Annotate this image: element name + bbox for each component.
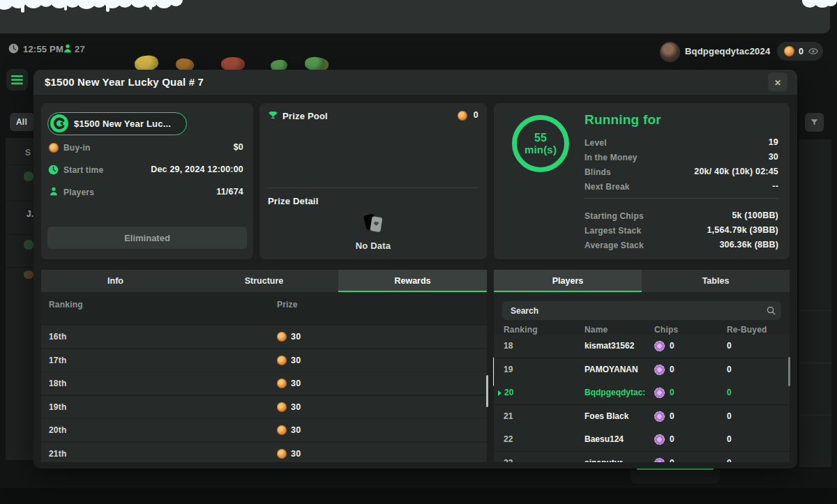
player-rank: 22 [504,428,513,451]
search-input[interactable] [502,301,781,320]
tab-players[interactable]: Players [494,270,642,292]
coin-icon [277,449,287,459]
coin-icon [277,379,287,388]
eye-icon[interactable] [808,46,819,56]
reward-prize: 30 [291,372,301,395]
start-time-value: Dec 29, 2024 12:00:00 [151,165,243,174]
eliminated-button[interactable]: Eliminated [47,227,247,249]
reward-prize: 30 [291,349,301,372]
menu-button[interactable] [6,69,28,91]
level-label: Level [585,138,607,148]
username[interactable]: Bqdpgeqdytac2024 [685,46,770,56]
tournament-logo-icon [50,114,68,132]
player-rebuyed: 0 [727,358,732,381]
reward-prize: 30 [291,419,301,441]
players-label: Players [63,188,94,197]
all-filter-chip[interactable]: All [10,113,35,131]
divider [585,198,778,199]
prize-pool-amount: 0 [474,110,478,120]
bottom-strip [0,488,837,504]
player-rank: 21 [504,405,513,428]
close-button[interactable]: ✕ [768,72,787,91]
current-user-marker-icon [498,390,502,396]
players-header-ranking: Ranking [504,325,538,335]
players-online-count: 27 [75,44,85,54]
rewards-header-prize: Prize [277,300,298,310]
table-row[interactable]: 18 kismat31562 0 0 [494,335,790,358]
prize-pool-panel: Prize Pool 0 Prize Detail No Data [259,103,487,259]
filter-button[interactable] [805,113,824,132]
player-rebuyed: 0 [727,452,732,462]
table-row[interactable]: 19th 30 [41,396,487,418]
app-screen: 12:55 PM 27 Bqdpgeqdytac2024 0 All S J. [0,0,837,504]
prize-empty-text: No Data [259,240,487,251]
player-rebuyed: 0 [727,405,732,428]
table-row[interactable]: 18th 30 [41,372,487,395]
coin-icon [277,332,287,342]
table-row[interactable]: 21th 30 [41,443,487,463]
tab-tables-label: Tables [702,276,730,286]
coin-icon [277,425,287,435]
snow-icicle [106,3,110,12]
dialog-title: $1500 New Year Lucky Qual # 7 [45,76,204,88]
reward-ranking: 17th [49,349,66,372]
tournament-selector-label: $1500 New Year Luc... [74,119,171,129]
table-row[interactable]: 16th 30 [41,326,487,348]
avatar[interactable] [661,43,679,61]
reward-prize: 30 [291,326,301,348]
player-chips: 0 [670,405,674,428]
lobby-row-fragment [24,240,33,250]
tab-rewards[interactable]: Rewards [338,270,487,292]
trophy-icon [268,110,278,121]
player-name: sinaputur [585,452,623,462]
balance-amount: 0 [799,47,804,56]
players-scrollbar[interactable] [788,357,790,386]
lobby-row-fragment [24,171,33,181]
players-header-name: Name [585,325,608,335]
players-icon [49,186,59,197]
running-for-heading: Running for [585,112,661,128]
player-rank: 20 [504,381,513,404]
tournament-selector[interactable]: $1500 New Year Luc... [47,112,187,135]
hamburger-icon [11,75,23,84]
tab-structure[interactable]: Structure [190,270,338,292]
reward-ranking: 19th [49,396,66,418]
balance-pill[interactable]: 0 [777,42,823,61]
players-value: 11/674 [216,187,243,197]
tab-tables[interactable]: Tables [642,270,790,292]
tab-info[interactable]: Info [41,270,190,292]
top-navigation-bar [0,0,830,33]
player-name: Foes Black [585,405,628,428]
row-divider [6,267,33,268]
table-row[interactable]: 20th 30 [41,419,487,441]
player-rank: 23 [504,452,513,462]
player-chips: 0 [670,452,674,462]
coin-icon [49,143,59,153]
player-rebuyed: 0 [727,335,732,358]
timer-unit: min(s) [525,144,557,156]
trophy-decoration-red [221,57,245,71]
chip-icon [654,388,665,398]
table-row-current-user[interactable]: 20 Bqdpgeqdytac: 0 0 [494,381,790,405]
prize-pool-title: Prize Pool [282,111,328,121]
rewards-scrollbar[interactable] [486,375,488,407]
lobby-row-fragment [24,270,33,279]
table-row[interactable]: 22 Baesu124 0 0 [494,428,790,452]
table-row[interactable]: 23 sinaputur 0 0 [494,452,790,462]
starting-chips-value: 5k (100BB) [732,211,778,220]
chip-icon [654,434,665,445]
all-filter-label: All [16,117,27,127]
player-chips: 0 [670,428,674,451]
start-time-label: Start time [63,165,103,175]
chip-icon [654,458,665,462]
tab-structure-label: Structure [245,276,284,286]
player-chips: 0 [670,358,674,381]
table-row[interactable]: 19 PAMOYANAN 0 0 [494,358,790,382]
coin-icon [458,111,467,121]
cards-icon [359,210,387,238]
background-right-panel [799,139,831,467]
table-row[interactable]: 21 Foes Black 0 0 [494,405,790,429]
tournament-dialog: $1500 New Year Lucky Qual # 7 ✕ $1500 Ne… [33,70,797,468]
in-the-money-label: In the Money [585,153,638,162]
table-row[interactable]: 17th 30 [41,349,487,372]
